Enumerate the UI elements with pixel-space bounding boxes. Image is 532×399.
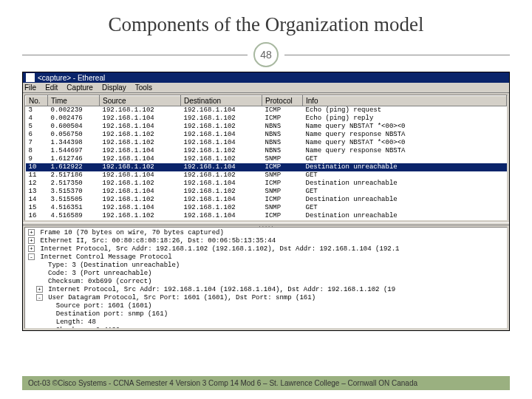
expand-icon[interactable]: + [28, 237, 35, 244]
packet-row[interactable]: 60.056750192.168.1.102192.168.1.104NBNSN… [26, 131, 507, 139]
detail-line[interactable]: + Frame 10 (70 bytes on wire, 70 bytes c… [28, 229, 504, 237]
packet-row[interactable]: 164.516589192.168.1.102192.168.1.104ICMP… [26, 212, 507, 220]
detail-line[interactable]: - User Datagram Protocol, Src Port: 1601… [28, 294, 504, 302]
detail-line[interactable]: + Internet Protocol, Src Addr: 192.168.1… [28, 286, 504, 294]
packet-row[interactable]: 101.612922192.168.1.102192.168.1.104ICMP… [26, 163, 507, 171]
detail-line[interactable]: Code: 3 (Port unreachable) [28, 270, 504, 278]
column-header[interactable]: No. [26, 96, 48, 106]
packet-row[interactable]: 91.612746192.168.1.104192.168.1.102SNMPG… [26, 155, 507, 163]
ethereal-window: <capture> - Ethereal FileEditCaptureDisp… [22, 72, 510, 331]
menu-bar: FileEditCaptureDisplayTools [23, 83, 509, 93]
detail-line[interactable]: Checksum: 0xb699 (correct) [28, 278, 504, 286]
menu-item-tools[interactable]: Tools [135, 83, 152, 92]
detail-line[interactable]: Checksum: 0x4190 [28, 327, 504, 329]
slide-footer: Oct-03 ©Cisco Systems - CCNA Semester 4 … [22, 376, 510, 390]
packet-row[interactable]: 122.517350192.168.1.102192.168.1.104ICMP… [26, 180, 507, 188]
detail-line[interactable]: Length: 48 [28, 318, 504, 327]
collapse-icon[interactable]: - [36, 294, 43, 301]
detail-line[interactable]: + Ethernet II, Src: 00:80:c8:08:18:26, D… [28, 237, 504, 245]
app-icon [26, 73, 35, 82]
expand-icon[interactable]: + [28, 229, 35, 236]
packet-row[interactable]: 112.517186192.168.1.104192.168.1.102SNMP… [26, 171, 507, 180]
packet-detail-pane[interactable]: + Frame 10 (70 bytes on wire, 70 bytes c… [24, 227, 508, 329]
column-header[interactable]: Source [100, 96, 181, 106]
expand-icon[interactable]: + [28, 245, 35, 252]
menu-item-file[interactable]: File [24, 83, 36, 92]
detail-line[interactable]: + Internet Protocol, Src Addr: 192.168.1… [28, 245, 504, 253]
page-number-badge: 48 [253, 42, 279, 67]
packet-list-pane[interactable]: No.TimeSourceDestinationProtocolInfo 30.… [24, 95, 508, 221]
column-header[interactable]: Time [48, 96, 100, 106]
menu-item-capture[interactable]: Capture [66, 83, 93, 92]
packet-row[interactable]: 30.002239192.168.1.102192.168.1.104ICMPE… [26, 106, 507, 115]
packet-row[interactable]: 133.515370192.168.1.104192.168.1.102SNMP… [26, 188, 507, 196]
column-header-row: No.TimeSourceDestinationProtocolInfo [26, 96, 507, 106]
menu-item-display[interactable]: Display [102, 83, 126, 92]
detail-line[interactable]: Source port: 1601 (1601) [28, 302, 504, 310]
packet-row[interactable]: 71.344398192.168.1.102192.168.1.104NBNSN… [26, 139, 507, 147]
packet-row[interactable]: 81.544697192.168.1.104192.168.1.102NBNSN… [26, 147, 507, 155]
packet-row[interactable]: 40.002476192.168.1.104192.168.1.102ICMPE… [26, 115, 507, 123]
expand-icon[interactable]: + [36, 286, 43, 293]
menu-item-edit[interactable]: Edit [45, 83, 58, 92]
slide-title: Components of the Organization model [22, 13, 510, 36]
column-header[interactable]: Destination [181, 96, 262, 106]
detail-line[interactable]: - Internet Control Message Protocol [28, 253, 504, 262]
title-divider: 48 [22, 42, 510, 67]
packet-row[interactable]: 154.516351192.168.1.104192.168.1.102SNMP… [26, 204, 507, 212]
detail-line[interactable]: Type: 3 (Destination unreachable) [28, 262, 504, 270]
packet-row[interactable]: 50.600504192.168.1.104192.168.1.102NBNSN… [26, 123, 507, 131]
window-title: <capture> - Ethereal [38, 74, 105, 82]
packet-row[interactable]: 143.515505192.168.1.102192.168.1.104ICMP… [26, 196, 507, 204]
column-header[interactable]: Protocol [262, 96, 303, 106]
window-titlebar: <capture> - Ethereal [23, 72, 509, 83]
detail-line[interactable]: Destination port: snmp (161) [28, 310, 504, 318]
column-header[interactable]: Info [303, 96, 507, 106]
pane-splitter[interactable]: ····· [23, 222, 509, 225]
collapse-icon[interactable]: - [28, 253, 35, 260]
